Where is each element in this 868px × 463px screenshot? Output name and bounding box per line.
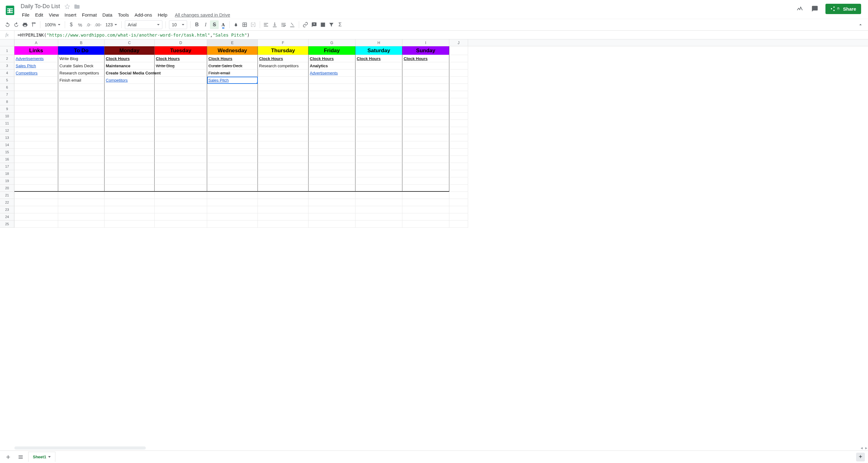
cell-B12[interactable] bbox=[58, 127, 104, 134]
cell-H19[interactable] bbox=[355, 177, 402, 185]
cell-F11[interactable] bbox=[258, 120, 309, 127]
cell-D4[interactable] bbox=[155, 69, 207, 76]
cell-F22[interactable] bbox=[258, 199, 309, 206]
cell-E14[interactable] bbox=[207, 142, 258, 149]
row-header[interactable]: 10 bbox=[0, 113, 14, 120]
cell-I1[interactable]: Sunday bbox=[402, 46, 450, 55]
cell-E18[interactable] bbox=[207, 170, 258, 177]
cell-A6[interactable] bbox=[14, 84, 58, 91]
collapse-toolbar-icon[interactable] bbox=[856, 20, 865, 29]
cell-B11[interactable] bbox=[58, 120, 104, 127]
cell-A21[interactable] bbox=[14, 192, 58, 199]
col-header-H[interactable]: H bbox=[355, 39, 402, 46]
cell-I10[interactable] bbox=[402, 113, 450, 120]
cell-F23[interactable] bbox=[258, 206, 309, 213]
cell-J13[interactable] bbox=[450, 134, 468, 142]
cell-F24[interactable] bbox=[258, 213, 309, 221]
cell-A24[interactable] bbox=[14, 213, 58, 221]
cell-C5[interactable]: Competitors bbox=[104, 76, 155, 84]
cell-C22[interactable] bbox=[104, 199, 155, 206]
col-header-G[interactable]: G bbox=[309, 39, 355, 46]
cell-D20[interactable] bbox=[155, 185, 207, 192]
cell-J15[interactable] bbox=[450, 149, 468, 156]
menu-view[interactable]: View bbox=[46, 11, 61, 19]
cell-A5[interactable] bbox=[14, 76, 58, 84]
cell-D12[interactable] bbox=[155, 127, 207, 134]
cell-A13[interactable] bbox=[14, 134, 58, 142]
row-header[interactable]: 22 bbox=[0, 199, 14, 206]
menu-edit[interactable]: Edit bbox=[33, 11, 46, 19]
cell-D3[interactable]: Write Blog bbox=[155, 62, 207, 69]
cell-D6[interactable] bbox=[155, 84, 207, 91]
cell-F18[interactable] bbox=[258, 170, 309, 177]
cell-J19[interactable] bbox=[450, 177, 468, 185]
cell-H15[interactable] bbox=[355, 149, 402, 156]
cell-B5[interactable]: Finish email bbox=[58, 76, 104, 84]
cell-C6[interactable] bbox=[104, 84, 155, 91]
row-header[interactable]: 13 bbox=[0, 134, 14, 142]
cell-E15[interactable] bbox=[207, 149, 258, 156]
merge-cells-icon[interactable] bbox=[249, 20, 258, 29]
cell-D14[interactable] bbox=[155, 142, 207, 149]
cell-C19[interactable] bbox=[104, 177, 155, 185]
v-align-icon[interactable] bbox=[271, 20, 279, 29]
cell-D15[interactable] bbox=[155, 149, 207, 156]
cell-J23[interactable] bbox=[450, 206, 468, 213]
cell-G19[interactable] bbox=[309, 177, 355, 185]
cell-F12[interactable] bbox=[258, 127, 309, 134]
cell-D22[interactable] bbox=[155, 199, 207, 206]
select-all-corner[interactable] bbox=[0, 39, 14, 46]
cell-C10[interactable] bbox=[104, 113, 155, 120]
cell-C9[interactable] bbox=[104, 105, 155, 113]
horizontal-scrollbar[interactable]: ◄► bbox=[0, 445, 868, 451]
cell-E21[interactable] bbox=[207, 192, 258, 199]
cell-A14[interactable] bbox=[14, 142, 58, 149]
cell-F13[interactable] bbox=[258, 134, 309, 142]
cell-H23[interactable] bbox=[355, 206, 402, 213]
cell-H21[interactable] bbox=[355, 192, 402, 199]
formula-input[interactable]: =HYPERLINK("https://www.wordhippo.com/wh… bbox=[14, 33, 868, 37]
cell-F21[interactable] bbox=[258, 192, 309, 199]
cell-I23[interactable] bbox=[402, 206, 450, 213]
cell-F20[interactable] bbox=[258, 185, 309, 192]
cell-E12[interactable] bbox=[207, 127, 258, 134]
row-header[interactable]: 3 bbox=[0, 62, 14, 69]
cell-B25[interactable] bbox=[58, 221, 104, 228]
cell-G5[interactable] bbox=[309, 76, 355, 84]
cell-H12[interactable] bbox=[355, 127, 402, 134]
strikethrough-icon[interactable]: S bbox=[210, 20, 219, 29]
cell-J12[interactable] bbox=[450, 127, 468, 134]
cell-B16[interactable] bbox=[58, 156, 104, 163]
cell-B9[interactable] bbox=[58, 105, 104, 113]
cell-B17[interactable] bbox=[58, 163, 104, 170]
fill-color-icon[interactable] bbox=[231, 20, 240, 29]
cell-H6[interactable] bbox=[355, 84, 402, 91]
cell-C7[interactable] bbox=[104, 91, 155, 98]
cell-I16[interactable] bbox=[402, 156, 450, 163]
cell-C21[interactable] bbox=[104, 192, 155, 199]
share-button[interactable]: Share bbox=[826, 4, 861, 14]
cell-G11[interactable] bbox=[309, 120, 355, 127]
cell-F17[interactable] bbox=[258, 163, 309, 170]
cell-E4[interactable]: Finish email bbox=[207, 69, 258, 76]
row-header[interactable]: 15 bbox=[0, 149, 14, 156]
document-title[interactable]: Daily To-Do List bbox=[20, 2, 61, 10]
cell-G4[interactable]: Advertisements bbox=[309, 69, 355, 76]
cell-C14[interactable] bbox=[104, 142, 155, 149]
rotate-icon[interactable] bbox=[288, 20, 297, 29]
percent-icon[interactable]: % bbox=[76, 20, 85, 29]
insert-chart-icon[interactable] bbox=[318, 20, 327, 29]
cell-J2[interactable] bbox=[450, 55, 468, 62]
cell-E7[interactable] bbox=[207, 91, 258, 98]
cell-G18[interactable] bbox=[309, 170, 355, 177]
cell-G22[interactable] bbox=[309, 199, 355, 206]
cell-G24[interactable] bbox=[309, 213, 355, 221]
link-icon[interactable] bbox=[301, 20, 310, 29]
cell-A2[interactable]: Advertisements bbox=[14, 55, 58, 62]
cell-C25[interactable] bbox=[104, 221, 155, 228]
activity-icon[interactable] bbox=[796, 4, 804, 13]
cell-J6[interactable] bbox=[450, 84, 468, 91]
row-header[interactable]: 19 bbox=[0, 177, 14, 185]
star-icon[interactable] bbox=[64, 3, 71, 10]
cell-C13[interactable] bbox=[104, 134, 155, 142]
